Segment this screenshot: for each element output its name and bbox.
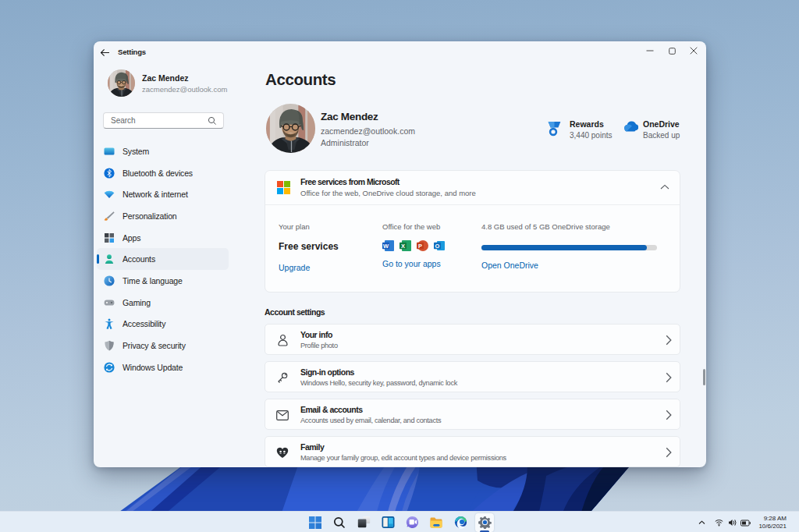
svg-text:P: P [418,243,422,250]
svg-text:X: X [401,243,405,250]
svg-text:O: O [435,243,440,250]
svg-text:W: W [383,243,389,250]
